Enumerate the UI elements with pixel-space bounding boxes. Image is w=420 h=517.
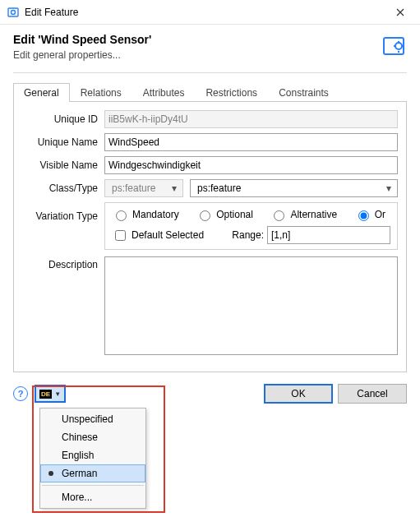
- window-title: Edit Feature: [20, 7, 385, 18]
- label-variation-type: Variation Type: [22, 202, 104, 222]
- cancel-button[interactable]: Cancel: [338, 384, 407, 404]
- row-unique-name: Unique Name: [22, 133, 398, 151]
- class-type-left-value: ps:feature: [108, 182, 159, 194]
- flag-icon: DE: [39, 390, 52, 399]
- unique-id-field: [104, 110, 398, 128]
- lang-option-chinese[interactable]: Chinese: [40, 428, 145, 446]
- help-button[interactable]: ?: [13, 386, 28, 401]
- lang-option-unspecified[interactable]: Unspecified: [40, 410, 145, 428]
- row-class-type: Class/Type ps:feature ▾ ps:feature ▾: [22, 179, 398, 197]
- label-class-type: Class/Type: [22, 182, 104, 194]
- range-field[interactable]: [267, 226, 390, 244]
- radio-optional[interactable]: Optional: [196, 208, 253, 221]
- edit-feature-icon: [381, 33, 407, 59]
- svg-point-3: [395, 43, 402, 49]
- radio-mandatory[interactable]: Mandatory: [112, 208, 179, 221]
- radio-alternative[interactable]: Alternative: [270, 208, 337, 221]
- chevron-down-icon: ▼: [54, 390, 61, 398]
- row-description: Description: [22, 256, 398, 355]
- dialog-footer: ? DE ▼ OK Cancel: [13, 384, 407, 404]
- unique-name-field[interactable]: [104, 133, 398, 151]
- tab-page-general: Unique ID Unique Name Visible Name Class…: [13, 102, 407, 372]
- page-subtitle: Edit general properties...: [13, 49, 381, 61]
- dialog-header: Edit 'Wind Speed Sensor' Edit general pr…: [0, 25, 420, 66]
- page-title: Edit 'Wind Speed Sensor': [13, 33, 381, 46]
- tab-constraints[interactable]: Constraints: [268, 83, 339, 102]
- visible-name-field[interactable]: [104, 156, 398, 174]
- ok-button[interactable]: OK: [264, 384, 333, 404]
- separator: [13, 72, 407, 73]
- title-bar: Edit Feature: [0, 0, 420, 25]
- label-range: Range:: [232, 229, 264, 241]
- class-type-right-value: ps:feature: [194, 182, 244, 194]
- language-menu: Unspecified Chinese English German More.…: [39, 408, 146, 509]
- selected-dot-icon: [48, 471, 53, 476]
- row-unique-id: Unique ID: [22, 110, 398, 128]
- label-visible-name: Visible Name: [22, 159, 104, 171]
- svg-rect-0: [8, 8, 18, 16]
- lang-option-more[interactable]: More...: [40, 488, 145, 506]
- lang-option-english[interactable]: English: [40, 446, 145, 464]
- class-type-right-select[interactable]: ps:feature ▾: [190, 179, 398, 197]
- class-type-left-select: ps:feature ▾: [104, 179, 183, 197]
- tab-row: General Relations Attributes Restriction…: [13, 83, 407, 102]
- svg-point-1: [12, 10, 16, 14]
- label-description: Description: [22, 256, 104, 270]
- tab-attributes[interactable]: Attributes: [132, 83, 196, 102]
- close-icon: [396, 8, 404, 16]
- menu-separator: [42, 485, 144, 486]
- radio-or[interactable]: Or: [354, 208, 385, 221]
- chevron-down-icon: ▾: [168, 182, 181, 194]
- tab-control: General Relations Attributes Restriction…: [13, 83, 407, 372]
- language-dropdown-button[interactable]: DE ▼: [35, 385, 66, 403]
- chevron-down-icon: ▾: [382, 182, 395, 194]
- label-unique-id: Unique ID: [22, 113, 104, 125]
- label-unique-name: Unique Name: [22, 136, 104, 148]
- row-visible-name: Visible Name: [22, 156, 398, 174]
- checkbox-default-selected[interactable]: Default Selected: [112, 228, 204, 243]
- variation-group: Mandatory Optional Alternative Or: [104, 202, 398, 250]
- row-variation-type: Variation Type Mandatory Optional Altern…: [22, 202, 398, 250]
- lang-option-german[interactable]: German: [40, 464, 145, 482]
- close-button[interactable]: [385, 1, 415, 24]
- tab-general[interactable]: General: [13, 83, 70, 102]
- tab-relations[interactable]: Relations: [70, 83, 132, 102]
- description-field[interactable]: [104, 256, 398, 355]
- app-icon: [7, 6, 20, 19]
- tab-restrictions[interactable]: Restrictions: [195, 83, 268, 102]
